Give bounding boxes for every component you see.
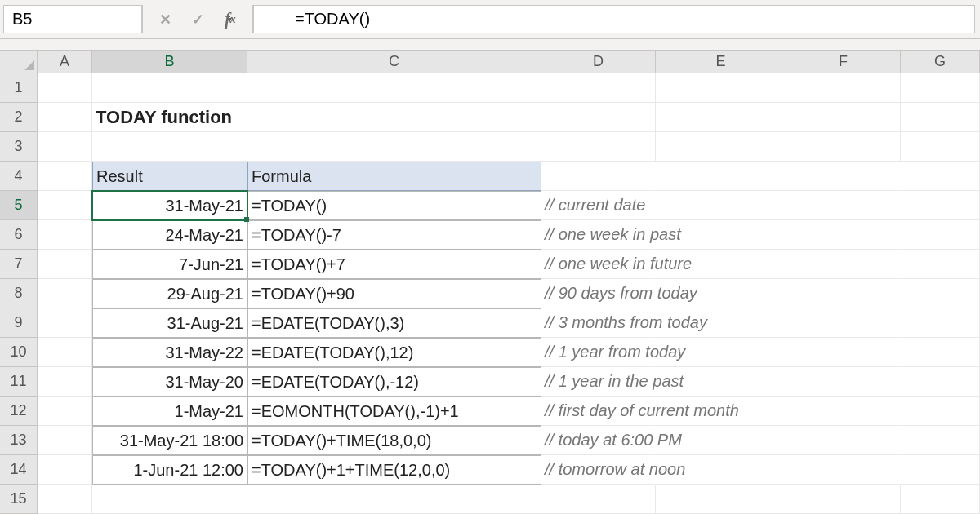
cell[interactable] xyxy=(656,485,786,514)
cell[interactable] xyxy=(901,132,980,162)
cell[interactable] xyxy=(92,132,247,162)
cell[interactable] xyxy=(786,191,901,220)
cell[interactable] xyxy=(656,162,786,191)
cell[interactable] xyxy=(247,132,541,162)
cell[interactable] xyxy=(656,250,786,279)
cell[interactable] xyxy=(656,397,786,426)
cell-comment[interactable]: // current date xyxy=(541,191,656,220)
cell[interactable] xyxy=(38,73,92,103)
cell[interactable]: 29-Aug-21 xyxy=(92,279,247,308)
cell[interactable] xyxy=(901,367,980,397)
cell[interactable] xyxy=(786,250,901,279)
cell[interactable] xyxy=(247,103,541,132)
cell[interactable] xyxy=(786,338,901,367)
row-header[interactable]: 4 xyxy=(0,162,37,191)
cell[interactable]: 31-May-20 xyxy=(92,367,247,397)
cell[interactable] xyxy=(541,132,656,162)
cell[interactable] xyxy=(786,103,901,132)
cell[interactable] xyxy=(901,279,980,308)
cell[interactable] xyxy=(656,132,786,162)
cell[interactable]: =TODAY()-7 xyxy=(247,220,541,250)
cell[interactable] xyxy=(38,426,92,455)
row-header[interactable]: 10 xyxy=(0,338,37,367)
cell[interactable] xyxy=(901,338,980,367)
cell-comment[interactable]: // 1 year from today xyxy=(541,338,656,367)
cell[interactable] xyxy=(901,426,980,455)
cell[interactable]: =EDATE(TODAY(),3) xyxy=(247,308,541,338)
cell[interactable] xyxy=(901,220,980,250)
cell[interactable] xyxy=(901,485,980,514)
cell[interactable] xyxy=(38,220,92,250)
cell-comment[interactable]: // 3 months from today xyxy=(541,308,656,338)
row-header[interactable]: 12 xyxy=(0,397,37,426)
fx-icon[interactable]: fx xyxy=(220,9,241,30)
cell[interactable]: 31-May-21 18:00 xyxy=(92,426,247,455)
cell[interactable] xyxy=(38,397,92,426)
cell[interactable] xyxy=(38,132,92,162)
cell[interactable] xyxy=(786,132,901,162)
cell[interactable]: 24-May-21 xyxy=(92,220,247,250)
cell[interactable] xyxy=(901,162,980,191)
col-header[interactable]: D xyxy=(541,51,656,73)
cell[interactable] xyxy=(92,485,247,514)
col-header[interactable]: B xyxy=(92,51,247,73)
col-header[interactable]: F xyxy=(786,51,901,73)
page-title[interactable]: TODAY function xyxy=(92,103,247,132)
cell[interactable] xyxy=(656,338,786,367)
cell[interactable] xyxy=(656,191,786,220)
cell-comment[interactable]: // 1 year in the past xyxy=(541,367,656,397)
cell[interactable]: 1-Jun-21 12:00 xyxy=(92,455,247,485)
cell[interactable] xyxy=(541,162,656,191)
cell[interactable] xyxy=(786,455,901,485)
cell[interactable] xyxy=(38,308,92,338)
row-header[interactable]: 13 xyxy=(0,426,37,455)
cell[interactable] xyxy=(786,162,901,191)
cell[interactable] xyxy=(901,73,980,103)
cell[interactable]: =EOMONTH(TODAY(),-1)+1 xyxy=(247,397,541,426)
row-header[interactable]: 3 xyxy=(0,132,37,162)
cell[interactable]: 31-Aug-21 xyxy=(92,308,247,338)
cell-comment[interactable]: // one week in past xyxy=(541,220,656,250)
cell[interactable]: =TODAY()+90 xyxy=(247,279,541,308)
cell[interactable] xyxy=(541,485,656,514)
cell[interactable] xyxy=(656,455,786,485)
row-header[interactable]: 14 xyxy=(0,455,37,485)
cell[interactable]: =TODAY()+TIME(18,0,0) xyxy=(247,426,541,455)
cell[interactable] xyxy=(38,455,92,485)
cell[interactable] xyxy=(786,426,901,455)
col-header[interactable]: C xyxy=(247,51,541,73)
cell[interactable]: =EDATE(TODAY(),-12) xyxy=(247,367,541,397)
enter-icon[interactable]: ✓ xyxy=(187,9,208,30)
cell[interactable] xyxy=(541,73,656,103)
select-all-corner[interactable] xyxy=(0,51,37,73)
row-header[interactable]: 5 xyxy=(0,191,37,220)
cell[interactable] xyxy=(541,103,656,132)
cell[interactable] xyxy=(656,367,786,397)
cell-selected[interactable]: 31-May-21 xyxy=(92,191,247,220)
cell[interactable] xyxy=(656,308,786,338)
cell[interactable] xyxy=(38,367,92,397)
row-header[interactable]: 8 xyxy=(0,279,37,308)
col-header[interactable]: E xyxy=(656,51,786,73)
cell[interactable] xyxy=(786,73,901,103)
cell[interactable] xyxy=(901,308,980,338)
cell[interactable] xyxy=(38,162,92,191)
cell[interactable] xyxy=(901,191,980,220)
cell[interactable]: 31-May-22 xyxy=(92,338,247,367)
cell[interactable] xyxy=(38,485,92,514)
cell-comment[interactable]: // today at 6:00 PM xyxy=(541,426,656,455)
cell[interactable] xyxy=(786,397,901,426)
row-header[interactable]: 2 xyxy=(0,103,37,132)
cell-comment[interactable]: // one week in future xyxy=(541,250,656,279)
cell[interactable] xyxy=(786,308,901,338)
cell[interactable] xyxy=(786,367,901,397)
cell[interactable] xyxy=(901,250,980,279)
table-header-formula[interactable]: Formula xyxy=(247,162,541,191)
name-box[interactable]: ▾ xyxy=(3,5,142,33)
row-header[interactable]: 15 xyxy=(0,485,37,514)
col-header[interactable]: G xyxy=(901,51,980,73)
cell-comment[interactable]: // tomorrow at noon xyxy=(541,455,656,485)
cell-comment[interactable]: // first day of current month xyxy=(541,397,656,426)
cell[interactable] xyxy=(92,73,247,103)
cell[interactable] xyxy=(38,250,92,279)
